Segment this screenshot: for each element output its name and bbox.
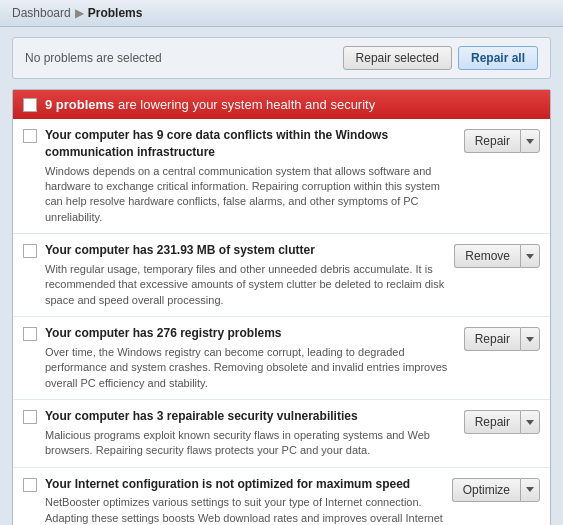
breadcrumb: Dashboard ▶ Problems — [0, 0, 563, 27]
problem-action-0: Repair — [464, 129, 540, 153]
problem-description-1: With regular usage, temporary files and … — [45, 262, 446, 308]
problem-content-4: Your Internet configuration is not optim… — [45, 476, 444, 525]
problem-title-1: Your computer has 231.93 MB of system cl… — [45, 242, 446, 259]
chevron-down-icon — [526, 487, 534, 492]
problem-content-3: Your computer has 3 repairable security … — [45, 408, 456, 459]
problem-description-2: Over time, the Windows registry can beco… — [45, 345, 456, 391]
problem-action-4: Optimize — [452, 478, 540, 502]
problem-content-1: Your computer has 231.93 MB of system cl… — [45, 242, 446, 308]
select-all-checkbox[interactable] — [23, 98, 37, 112]
problem-title-0: Your computer has 9 core data conflicts … — [45, 127, 456, 161]
problem-description-4: NetBooster optimizes various settings to… — [45, 495, 444, 525]
problem-checkbox-4[interactable] — [23, 478, 37, 492]
status-text: No problems are selected — [25, 51, 162, 65]
action-bar: No problems are selected Repair selected… — [12, 37, 551, 79]
breadcrumb-parent: Dashboard — [12, 6, 71, 20]
problem-content-2: Your computer has 276 registry problems … — [45, 325, 456, 391]
repair-all-button[interactable]: Repair all — [458, 46, 538, 70]
problems-header-text: 9 problems are lowering your system heal… — [45, 97, 375, 112]
action-main-button-2[interactable]: Repair — [464, 327, 520, 351]
problem-title-3: Your computer has 3 repairable security … — [45, 408, 456, 425]
chevron-down-icon — [526, 254, 534, 259]
action-main-button-0[interactable]: Repair — [464, 129, 520, 153]
breadcrumb-separator: ▶ — [75, 6, 84, 20]
problem-checkbox-3[interactable] — [23, 410, 37, 424]
action-dropdown-button-3[interactable] — [520, 410, 540, 434]
problem-description-0: Windows depends on a central communicati… — [45, 164, 456, 226]
breadcrumb-current: Problems — [88, 6, 143, 20]
problem-row: Your computer has 9 core data conflicts … — [13, 119, 550, 234]
problem-checkbox-2[interactable] — [23, 327, 37, 341]
chevron-down-icon — [526, 420, 534, 425]
problem-row: Your computer has 276 registry problems … — [13, 317, 550, 400]
repair-selected-button[interactable]: Repair selected — [343, 46, 452, 70]
problem-title-2: Your computer has 276 registry problems — [45, 325, 456, 342]
problem-checkbox-1[interactable] — [23, 244, 37, 258]
problems-header-suffix: are lowering your system health and secu… — [114, 97, 375, 112]
problem-title-4: Your Internet configuration is not optim… — [45, 476, 444, 493]
problems-count: 9 problems — [45, 97, 114, 112]
problem-content-0: Your computer has 9 core data conflicts … — [45, 127, 456, 225]
action-dropdown-button-2[interactable] — [520, 327, 540, 351]
problem-row: Your computer has 231.93 MB of system cl… — [13, 234, 550, 317]
problem-row: Your Internet configuration is not optim… — [13, 468, 550, 525]
problems-header: 9 problems are lowering your system heal… — [13, 90, 550, 119]
problem-row: Your computer has 3 repairable security … — [13, 400, 550, 468]
problem-description-3: Malicious programs exploit known securit… — [45, 428, 456, 459]
problems-panel: 9 problems are lowering your system heal… — [12, 89, 551, 525]
action-main-button-4[interactable]: Optimize — [452, 478, 520, 502]
chevron-down-icon — [526, 139, 534, 144]
action-main-button-1[interactable]: Remove — [454, 244, 520, 268]
content-area: No problems are selected Repair selected… — [0, 27, 563, 525]
action-dropdown-button-0[interactable] — [520, 129, 540, 153]
main-container: Dashboard ▶ Problems No problems are sel… — [0, 0, 563, 525]
problem-checkbox-0[interactable] — [23, 129, 37, 143]
action-dropdown-button-1[interactable] — [520, 244, 540, 268]
problem-action-2: Repair — [464, 327, 540, 351]
problem-action-3: Repair — [464, 410, 540, 434]
problems-list: Your computer has 9 core data conflicts … — [13, 119, 550, 525]
action-main-button-3[interactable]: Repair — [464, 410, 520, 434]
action-dropdown-button-4[interactable] — [520, 478, 540, 502]
problem-action-1: Remove — [454, 244, 540, 268]
action-buttons: Repair selected Repair all — [343, 46, 538, 70]
chevron-down-icon — [526, 337, 534, 342]
